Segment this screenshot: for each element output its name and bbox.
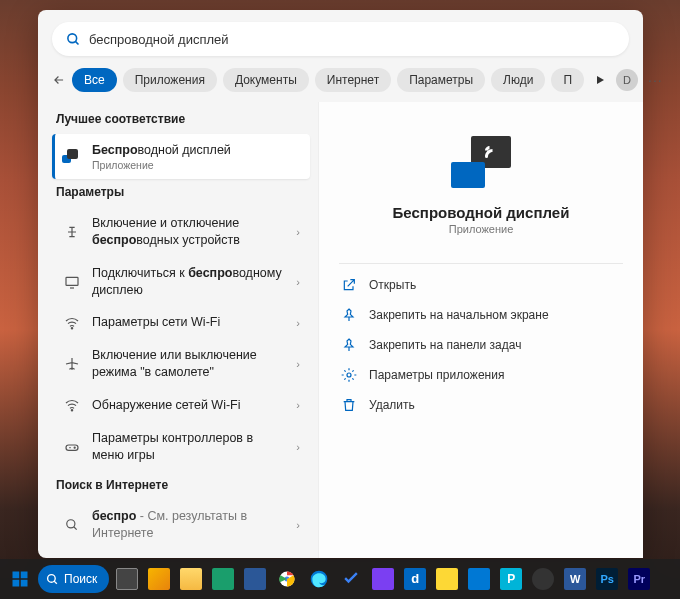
search-icon [66, 32, 81, 47]
filter-tab[interactable]: Люди [491, 68, 545, 92]
taskbar-app[interactable] [305, 565, 333, 593]
result-label: Включение или выключение режима "в самол… [92, 347, 286, 381]
detail-title: Беспроводной дисплей [393, 204, 570, 221]
taskbar-app[interactable] [337, 565, 365, 593]
taskbar-app[interactable]: P [497, 565, 525, 593]
filter-tab[interactable]: П [551, 68, 584, 92]
search-icon [62, 518, 82, 532]
taskbar-app[interactable]: Ps [593, 565, 621, 593]
taskbar-app[interactable] [145, 565, 173, 593]
detail-action[interactable]: Открыть [339, 270, 623, 300]
detail-action[interactable]: Закрепить на панели задач [339, 330, 623, 360]
svg-point-0 [68, 33, 77, 42]
svg-rect-14 [21, 580, 28, 587]
chevron-right-icon: › [296, 226, 300, 238]
play-icon[interactable] [594, 74, 606, 86]
settings-result[interactable]: Включение и отключение беспроводных устр… [52, 207, 310, 257]
wifi-icon [62, 397, 82, 413]
taskbar-app[interactable] [241, 565, 269, 593]
result-label: Параметры сети Wi-Fi [92, 314, 286, 331]
result-subtitle: Приложение [92, 159, 300, 171]
user-avatar[interactable]: D [616, 69, 638, 91]
filter-tab[interactable]: Параметры [397, 68, 485, 92]
detail-subtitle: Приложение [449, 223, 514, 235]
taskbar-search[interactable]: Поиск [38, 565, 109, 593]
filter-tab[interactable]: Приложения [123, 68, 217, 92]
detail-panel: Беспроводной дисплей Приложение ОткрытьЗ… [318, 102, 643, 558]
result-label: Включение и отключение беспроводных устр… [92, 215, 286, 249]
best-match-result[interactable]: Беспроводной дисплей Приложение [52, 134, 310, 179]
result-label: Подключиться к беспроводному дисплею [92, 265, 286, 299]
search-panel: ВсеПриложенияДокументыИнтернетПараметрыЛ… [38, 10, 643, 558]
taskbar-app[interactable] [529, 565, 557, 593]
wifi-icon [62, 315, 82, 331]
taskbar-app[interactable] [369, 565, 397, 593]
taskbar-app[interactable]: W [561, 565, 589, 593]
svg-line-16 [54, 581, 57, 584]
svg-point-3 [71, 327, 72, 328]
start-button[interactable] [6, 565, 34, 593]
web-search-result[interactable]: беспро - См. результаты в Интернете › [52, 500, 310, 550]
svg-rect-11 [13, 572, 20, 579]
svg-rect-5 [66, 445, 78, 450]
settings-result[interactable]: Подключиться к беспроводному дисплею › [52, 257, 310, 307]
filter-row: ВсеПриложенияДокументыИнтернетПараметрыЛ… [38, 64, 643, 102]
section-settings: Параметры [56, 185, 306, 199]
action-label: Закрепить на панели задач [369, 338, 521, 352]
result-label: Беспроводной дисплей [92, 142, 300, 159]
taskbar-app[interactable] [177, 565, 205, 593]
back-button[interactable] [52, 68, 66, 92]
svg-line-8 [74, 526, 77, 529]
action-label: Удалить [369, 398, 415, 412]
settings-result[interactable]: Параметры контроллеров в меню игры › [52, 422, 310, 472]
action-label: Закрепить на начальном экране [369, 308, 549, 322]
result-label: беспро - См. результаты в Интернете [92, 508, 286, 542]
result-label: Параметры контроллеров в меню игры [92, 430, 286, 464]
chevron-right-icon: › [296, 276, 300, 288]
svg-point-9 [485, 155, 488, 158]
svg-rect-13 [13, 580, 20, 587]
section-best-match: Лучшее соответствие [56, 112, 306, 126]
taskbar-app[interactable] [273, 565, 301, 593]
chevron-right-icon: › [296, 519, 300, 531]
detail-action[interactable]: Удалить [339, 390, 623, 420]
chevron-right-icon: › [296, 441, 300, 453]
svg-point-7 [67, 519, 75, 527]
detail-action[interactable]: Параметры приложения [339, 360, 623, 390]
svg-point-6 [74, 447, 75, 448]
svg-point-15 [48, 574, 56, 582]
svg-rect-2 [66, 277, 78, 285]
section-web: Поиск в Интернете [56, 478, 306, 492]
taskbar-app[interactable] [465, 565, 493, 593]
airplane-icon [62, 356, 82, 372]
settings-result[interactable]: Включение или выключение режима "в самол… [52, 339, 310, 389]
settings-result[interactable]: Параметры сети Wi-Fi › [52, 306, 310, 339]
filter-tab[interactable]: Документы [223, 68, 309, 92]
settings-result[interactable]: Обнаружение сетей Wi-Fi › [52, 389, 310, 422]
display-icon [62, 274, 82, 290]
chevron-right-icon: › [296, 317, 300, 329]
filter-tab[interactable]: Все [72, 68, 117, 92]
taskbar-app[interactable]: Pr [625, 565, 653, 593]
taskbar-app[interactable] [433, 565, 461, 593]
taskbar: Поиск d P W Ps Pr [0, 559, 680, 599]
svg-point-4 [71, 410, 72, 411]
action-label: Параметры приложения [369, 368, 504, 382]
search-icon [46, 573, 59, 586]
search-bar[interactable] [52, 22, 629, 56]
svg-rect-12 [21, 572, 28, 579]
taskbar-app[interactable] [209, 565, 237, 593]
controller-icon [62, 439, 82, 455]
more-button[interactable]: ··· [648, 72, 663, 88]
task-view-button[interactable] [113, 565, 141, 593]
chevron-right-icon: › [296, 399, 300, 411]
toggle-icon [62, 224, 82, 240]
search-input[interactable] [89, 32, 615, 47]
detail-action[interactable]: Закрепить на начальном экране [339, 300, 623, 330]
wireless-display-icon [62, 151, 82, 161]
wireless-display-hero-icon [451, 136, 511, 188]
taskbar-app[interactable]: d [401, 565, 429, 593]
filter-tab[interactable]: Интернет [315, 68, 391, 92]
svg-line-1 [75, 41, 78, 44]
result-label: Обнаружение сетей Wi-Fi [92, 397, 286, 414]
